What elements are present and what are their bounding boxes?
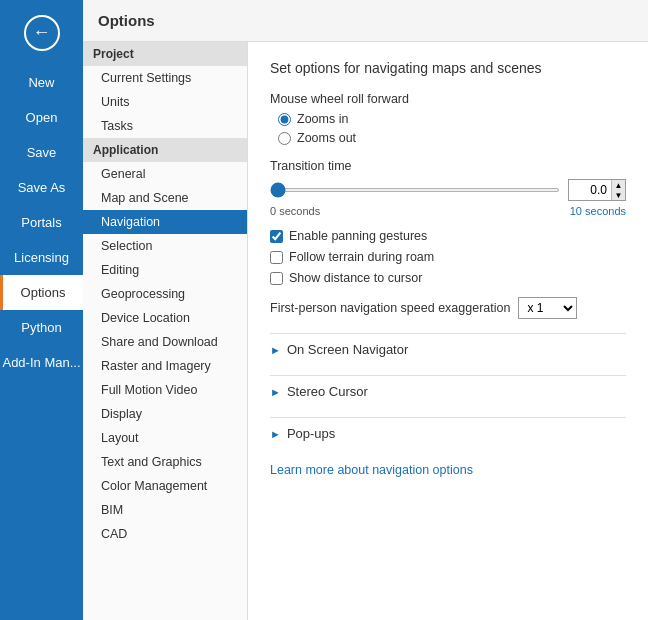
sidebar-item-add-in[interactable]: Add-In Man...: [0, 345, 83, 380]
sidebar-item-licensing[interactable]: Licensing: [0, 240, 83, 275]
slider-row: ▲ ▼: [270, 179, 626, 201]
sidebar-item-python[interactable]: Python: [0, 310, 83, 345]
tree-item-text-graphics[interactable]: Text and Graphics: [83, 450, 247, 474]
tree-item-color-management[interactable]: Color Management: [83, 474, 247, 498]
transition-section: Transition time ▲ ▼ 0 seconds 10 seconds: [270, 159, 626, 217]
sidebar-item-portals[interactable]: Portals: [0, 205, 83, 240]
enable-panning-row: Enable panning gestures: [270, 229, 626, 243]
spinner-arrows: ▲ ▼: [611, 180, 625, 200]
collapsible-on-screen-navigator: ► On Screen Navigator: [270, 333, 626, 361]
tree-item-tasks[interactable]: Tasks: [83, 114, 247, 138]
tree-panel: Project Current Settings Units Tasks App…: [83, 42, 248, 620]
chevron-right-icon-3: ►: [270, 428, 281, 440]
enable-panning-label: Enable panning gestures: [289, 229, 427, 243]
show-distance-label: Show distance to cursor: [289, 271, 422, 285]
checkbox-section: Enable panning gestures Follow terrain d…: [270, 229, 626, 285]
pop-ups-header[interactable]: ► Pop-ups: [270, 417, 626, 445]
mouse-wheel-label: Mouse wheel roll forward: [270, 92, 626, 106]
tree-item-cad[interactable]: CAD: [83, 522, 247, 546]
stereo-cursor-label: Stereo Cursor: [287, 384, 368, 399]
back-circle-icon[interactable]: ←: [24, 15, 60, 51]
zoom-out-label: Zooms out: [297, 131, 356, 145]
tree-item-bim[interactable]: BIM: [83, 498, 247, 522]
sidebar-item-open[interactable]: Open: [0, 100, 83, 135]
tree-item-full-motion-video[interactable]: Full Motion Video: [83, 378, 247, 402]
on-screen-navigator-label: On Screen Navigator: [287, 342, 408, 357]
tree-section-application: Application: [83, 138, 247, 162]
tree-item-map-scene[interactable]: Map and Scene: [83, 186, 247, 210]
tree-item-selection[interactable]: Selection: [83, 234, 247, 258]
stereo-cursor-header[interactable]: ► Stereo Cursor: [270, 375, 626, 403]
zoom-in-radio[interactable]: [278, 113, 291, 126]
settings-title: Set options for navigating maps and scen…: [270, 60, 626, 76]
slider-max-label: 10 seconds: [570, 205, 626, 217]
zoom-in-row: Zooms in: [278, 112, 626, 126]
transition-spinner: ▲ ▼: [568, 179, 626, 201]
zoom-out-row: Zooms out: [278, 131, 626, 145]
tree-item-device-location[interactable]: Device Location: [83, 306, 247, 330]
settings-panel: Set options for navigating maps and scen…: [248, 42, 648, 620]
main-content: Options Project Current Settings Units T…: [83, 0, 648, 620]
tree-item-navigation[interactable]: Navigation: [83, 210, 247, 234]
follow-terrain-checkbox[interactable]: [270, 251, 283, 264]
sidebar-item-save-as[interactable]: Save As: [0, 170, 83, 205]
tree-item-current-settings[interactable]: Current Settings: [83, 66, 247, 90]
speed-label: First-person navigation speed exaggerati…: [270, 301, 510, 315]
options-title: Options: [98, 12, 155, 29]
follow-terrain-row: Follow terrain during roam: [270, 250, 626, 264]
speed-select[interactable]: x 1 x 2 x 4 x 8: [518, 297, 577, 319]
show-distance-row: Show distance to cursor: [270, 271, 626, 285]
chevron-right-icon: ►: [270, 344, 281, 356]
tree-item-layout[interactable]: Layout: [83, 426, 247, 450]
enable-panning-checkbox[interactable]: [270, 230, 283, 243]
mouse-wheel-radio-group: Zooms in Zooms out: [278, 112, 626, 145]
sidebar-item-save[interactable]: Save: [0, 135, 83, 170]
slider-min-label: 0 seconds: [270, 205, 320, 217]
tree-item-editing[interactable]: Editing: [83, 258, 247, 282]
sidebar-item-options[interactable]: Options: [0, 275, 83, 310]
on-screen-navigator-header[interactable]: ► On Screen Navigator: [270, 333, 626, 361]
spinner-down-button[interactable]: ▼: [611, 190, 625, 200]
tree-section-project: Project: [83, 42, 247, 66]
tree-item-units[interactable]: Units: [83, 90, 247, 114]
chevron-right-icon-2: ►: [270, 386, 281, 398]
spinner-up-button[interactable]: ▲: [611, 180, 625, 190]
follow-terrain-label: Follow terrain during roam: [289, 250, 434, 264]
tree-item-general[interactable]: General: [83, 162, 247, 186]
speed-row: First-person navigation speed exaggerati…: [270, 297, 626, 319]
collapsible-pop-ups: ► Pop-ups: [270, 417, 626, 445]
collapsible-stereo-cursor: ► Stereo Cursor: [270, 375, 626, 403]
tree-item-raster-imagery[interactable]: Raster and Imagery: [83, 354, 247, 378]
learn-more-link[interactable]: Learn more about navigation options: [270, 463, 473, 477]
back-button[interactable]: ←: [0, 0, 83, 65]
show-distance-checkbox[interactable]: [270, 272, 283, 285]
sidebar: ← New Open Save Save As Portals Licensin…: [0, 0, 83, 620]
options-header: Options: [83, 0, 648, 42]
sidebar-item-new[interactable]: New: [0, 65, 83, 100]
tree-item-display[interactable]: Display: [83, 402, 247, 426]
transition-slider[interactable]: [270, 188, 560, 192]
tree-item-geoprocessing[interactable]: Geoprocessing: [83, 282, 247, 306]
transition-label: Transition time: [270, 159, 626, 173]
zoom-in-label: Zooms in: [297, 112, 348, 126]
zoom-out-radio[interactable]: [278, 132, 291, 145]
transition-spinner-input[interactable]: [569, 181, 611, 199]
tree-item-share-download[interactable]: Share and Download: [83, 330, 247, 354]
pop-ups-label: Pop-ups: [287, 426, 335, 441]
content-area: Project Current Settings Units Tasks App…: [83, 42, 648, 620]
slider-range-labels: 0 seconds 10 seconds: [270, 205, 626, 217]
